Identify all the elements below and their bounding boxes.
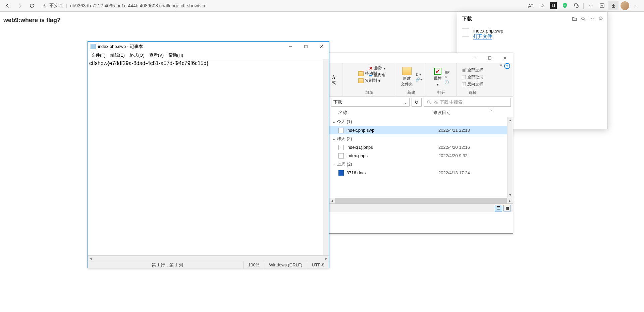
edit-icon[interactable]: ✎ xyxy=(444,75,450,79)
menu-help[interactable]: 帮助(H) xyxy=(166,52,185,59)
file-name: index(1).phps xyxy=(346,145,436,150)
invert-select-button[interactable]: ↕反向选择 xyxy=(462,81,484,87)
download-item[interactable]: index.php.swp 打开文件 xyxy=(457,25,607,43)
explorer-ribbon: 方式 移动到 ▾ 复制到 ▾ ✕删除 ▾ ▬重命名 组织 新建 文件夹 🗋▾ 🔗… xyxy=(329,63,513,97)
explorer-file-list: ▲▼ ⌄今天 (1)index.php.swp2022/4/21 22:18⌄昨… xyxy=(329,117,513,198)
select-none-button[interactable]: 全部取消 xyxy=(462,74,484,80)
file-icon xyxy=(338,145,344,150)
downloads-search-icon[interactable] xyxy=(581,16,586,21)
explorer-path[interactable]: 下载 ⌄ xyxy=(331,98,410,107)
downloads-title: 下载 xyxy=(462,16,472,22)
new-shortcut-icon[interactable]: 🔗▾ xyxy=(416,77,422,82)
view-icons-button[interactable]: ▦ xyxy=(503,205,511,211)
explorer-window: ^? 方式 移动到 ▾ 复制到 ▾ ✕删除 ▾ ▬重命名 组织 新建 文件夹 🗋… xyxy=(329,53,513,234)
more-menu-icon[interactable]: ⋯ xyxy=(631,1,641,10)
status-eol: Windows (CRLF) xyxy=(264,261,307,268)
menu-view[interactable]: 查看(V) xyxy=(147,52,166,59)
view-details-button[interactable]: ☰ xyxy=(495,205,502,211)
favorites-bar-icon[interactable]: ☆ xyxy=(586,1,596,10)
browser-toolbar: ⚠ 不安全 | db9363db-7212-4095-ac1c-444bf408… xyxy=(0,0,644,12)
notepad-window: index.php.swp - 记事本 文件(F) 编辑(E) 格式(O) 查看… xyxy=(88,41,329,268)
extension-li-icon[interactable]: LI xyxy=(548,1,558,10)
explorer-vscroll[interactable]: ▲▼ xyxy=(507,117,513,198)
page-url: db9363db-7212-4095-ac1c-444bf4089608.cha… xyxy=(70,3,207,8)
download-file-name: index.php.swp xyxy=(473,28,503,34)
file-row[interactable]: index(1).phps2022/4/20 12:16 xyxy=(329,143,513,151)
downloads-button[interactable] xyxy=(608,1,619,10)
file-name: index.phps xyxy=(346,153,436,158)
file-group[interactable]: ⌄昨天 (2) xyxy=(329,134,513,143)
notepad-title: index.php.swp - 记事本 xyxy=(98,44,143,50)
shield-icon[interactable] xyxy=(560,1,570,10)
explorer-statusbar: ☰ ▦ xyxy=(329,203,513,212)
warning-icon: ⚠ xyxy=(42,3,47,8)
notepad-menu: 文件(F) 编辑(E) 格式(O) 查看(V) 帮助(H) xyxy=(88,52,329,59)
file-group[interactable]: ⌄今天 (1) xyxy=(329,117,513,126)
explorer-minimize[interactable] xyxy=(467,53,482,63)
file-row[interactable]: index.phps2022/4/20 9:32 xyxy=(329,151,513,160)
status-position: 第 1 行，第 1 列 xyxy=(88,261,244,268)
column-name[interactable]: 名称 xyxy=(329,110,433,116)
explorer-columns[interactable]: 名称 修改日期 ⌄ xyxy=(329,108,513,117)
explorer-titlebar[interactable] xyxy=(329,53,513,63)
collections-icon[interactable] xyxy=(597,1,607,10)
notepad-close[interactable] xyxy=(314,42,329,52)
svg-rect-2 xyxy=(488,57,491,59)
menu-format[interactable]: 格式(O) xyxy=(127,52,147,59)
notepad-icon xyxy=(91,44,96,49)
column-date[interactable]: 修改日期 xyxy=(433,110,483,116)
status-enc: UTF-8 xyxy=(307,261,329,268)
explorer-help[interactable]: ^? xyxy=(500,63,510,69)
refresh-button[interactable] xyxy=(27,1,37,10)
rename-button[interactable]: ▬重命名 xyxy=(369,72,386,78)
downloads-pin-icon[interactable] xyxy=(597,16,603,21)
new-folder-button[interactable]: 新建 文件夹 xyxy=(400,66,414,88)
menu-file[interactable]: 文件(F) xyxy=(89,52,108,59)
explorer-close[interactable] xyxy=(497,53,513,63)
word-icon xyxy=(338,170,344,176)
notepad-hscroll[interactable]: ◄► xyxy=(88,255,329,261)
back-button[interactable] xyxy=(3,1,13,10)
file-row[interactable]: index.php.swp2022/4/21 22:18 xyxy=(329,126,513,134)
file-name: 3716.docx xyxy=(346,170,436,175)
notepad-minimize[interactable] xyxy=(283,42,298,52)
downloads-more-icon[interactable]: ⋯ xyxy=(589,16,594,21)
file-group[interactable]: ⌄上周 (2) xyxy=(329,160,513,169)
file-icon xyxy=(338,153,344,159)
notepad-maximize[interactable] xyxy=(298,42,314,52)
file-icon xyxy=(338,128,344,133)
open-list-icon[interactable]: ▦▾ xyxy=(444,70,450,74)
file-date: 2022/4/20 12:16 xyxy=(438,145,492,150)
downloads-folder-icon[interactable] xyxy=(572,16,577,21)
status-zoom: 100% xyxy=(244,261,264,268)
read-aloud-icon[interactable]: A)) xyxy=(526,1,536,10)
select-all-button[interactable]: ▦全部选择 xyxy=(462,67,484,73)
file-icon xyxy=(462,28,469,37)
insecure-label: 不安全 xyxy=(49,3,63,9)
extensions-icon[interactable] xyxy=(571,1,581,10)
column-chevron-icon[interactable]: ⌄ xyxy=(490,107,493,112)
profile-avatar[interactable] xyxy=(620,1,630,10)
notepad-titlebar[interactable]: index.php.swp - 记事本 xyxy=(88,42,329,52)
download-open-file[interactable]: 打开文件 xyxy=(473,34,492,40)
new-item-icon[interactable]: 🗋▾ xyxy=(416,72,422,77)
explorer-hscroll[interactable]: ◄► xyxy=(329,198,513,203)
explorer-address-row: 下载 ⌄ ↻ 在 下载 中搜索 xyxy=(329,97,513,108)
file-date: 2022/4/21 22:18 xyxy=(438,128,492,133)
explorer-search[interactable]: 在 下载 中搜索 xyxy=(424,98,511,107)
explorer-refresh[interactable]: ↻ xyxy=(412,98,422,107)
file-row[interactable]: 3716.docx2022/4/13 17:24 xyxy=(329,169,513,177)
delete-button[interactable]: ✕删除 ▾ xyxy=(369,65,386,71)
notepad-content: ctfshow{e78df29a-8dad-4c81-a57d-f94c79f6… xyxy=(89,60,208,66)
history-icon[interactable]: 🕘 xyxy=(444,80,450,84)
forward-button[interactable] xyxy=(15,1,25,10)
notepad-textarea[interactable]: ctfshow{e78df29a-8dad-4c81-a57d-f94c79f6… xyxy=(88,59,329,255)
address-bar[interactable]: ⚠ 不安全 | db9363db-7212-4095-ac1c-444bf408… xyxy=(39,3,524,9)
toolbar-right: A)) ☆ LI ☆ ⋯ xyxy=(526,1,641,10)
menu-edit[interactable]: 编辑(E) xyxy=(108,52,127,59)
file-date: 2022/4/13 17:24 xyxy=(438,170,492,175)
properties-button[interactable]: 属性▾ xyxy=(433,67,442,87)
explorer-maximize[interactable] xyxy=(482,53,497,63)
favorite-icon[interactable]: ☆ xyxy=(537,1,547,10)
notepad-statusbar: 第 1 行，第 1 列 100% Windows (CRLF) UTF-8 xyxy=(88,261,329,268)
